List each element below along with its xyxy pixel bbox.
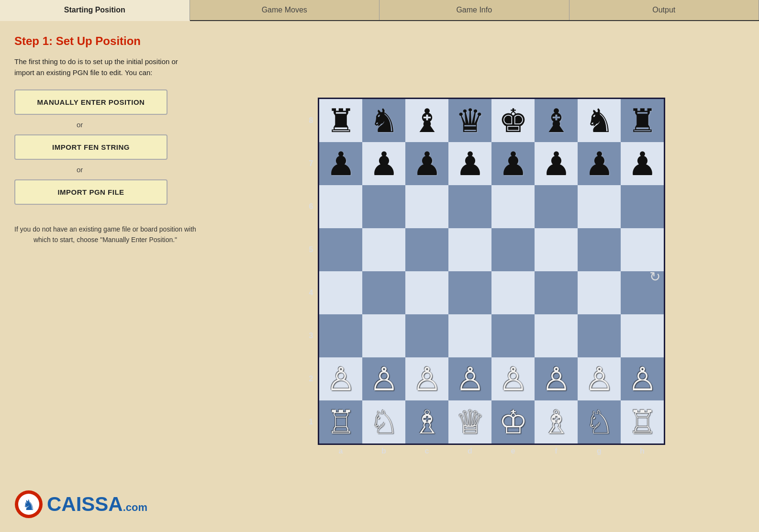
file-label-c: c bbox=[405, 447, 448, 455]
rank-label-3: 3 bbox=[304, 314, 318, 357]
tab-game-moves[interactable]: Game Moves bbox=[190, 0, 380, 20]
cell-a1[interactable]: ♖ bbox=[319, 400, 362, 443]
tab-output[interactable]: Output bbox=[569, 0, 759, 20]
cell-h6[interactable] bbox=[621, 185, 664, 228]
cell-f8[interactable]: ♝ bbox=[535, 99, 578, 142]
cell-f5[interactable] bbox=[535, 228, 578, 271]
cell-g1[interactable]: ♘ bbox=[578, 400, 621, 443]
cell-d8[interactable]: ♛ bbox=[448, 99, 491, 142]
logo-caissa: CAISSA bbox=[47, 493, 123, 515]
board-main-row: 87654321 ♜♞♝♛♚♝♞♜♟♟♟♟♟♟♟♟♙♙♙♙♙♙♙♙♖♘♗♕♔♗♘… bbox=[304, 98, 665, 445]
cell-c4[interactable] bbox=[405, 271, 448, 314]
tab-bar: Starting Position Game Moves Game Info O… bbox=[0, 0, 759, 21]
cell-b4[interactable] bbox=[362, 271, 405, 314]
cell-c3[interactable] bbox=[405, 314, 448, 357]
cell-b1[interactable]: ♘ bbox=[362, 400, 405, 443]
cell-b6[interactable] bbox=[362, 185, 405, 228]
cell-d2[interactable]: ♙ bbox=[448, 357, 491, 400]
cell-e1[interactable]: ♔ bbox=[491, 400, 535, 443]
rank-label-8: 8 bbox=[304, 99, 318, 142]
cell-a2[interactable]: ♙ bbox=[319, 357, 362, 400]
file-label-a: a bbox=[319, 447, 362, 455]
cell-h7[interactable]: ♟ bbox=[621, 142, 664, 185]
rank-label-1: 1 bbox=[304, 400, 318, 443]
cell-a3[interactable] bbox=[319, 314, 362, 357]
cell-g5[interactable] bbox=[578, 228, 621, 271]
tab-game-info[interactable]: Game Info bbox=[380, 0, 569, 20]
cell-d3[interactable] bbox=[448, 314, 491, 357]
cell-e7[interactable]: ♟ bbox=[491, 142, 535, 185]
file-label-d: d bbox=[448, 447, 491, 455]
main-content: Step 1: Set Up Position The first thing … bbox=[0, 21, 759, 532]
caissa-logo-text: CAISSA.com bbox=[47, 493, 147, 516]
cell-c1[interactable]: ♗ bbox=[405, 400, 448, 443]
cell-a5[interactable] bbox=[319, 228, 362, 271]
cell-d4[interactable] bbox=[448, 271, 491, 314]
cell-g7[interactable]: ♟ bbox=[578, 142, 621, 185]
logo-area: ♞ CAISSA.com bbox=[14, 480, 196, 519]
cell-e4[interactable] bbox=[491, 271, 535, 314]
cell-d1[interactable]: ♕ bbox=[448, 400, 491, 443]
left-panel: Step 1: Set Up Position The first thing … bbox=[0, 21, 211, 532]
cell-a7[interactable]: ♟ bbox=[319, 142, 362, 185]
cell-h1[interactable]: ♖ bbox=[621, 400, 664, 443]
cell-d7[interactable]: ♟ bbox=[448, 142, 491, 185]
cell-c8[interactable]: ♝ bbox=[405, 99, 448, 142]
cell-f7[interactable]: ♟ bbox=[535, 142, 578, 185]
cell-e2[interactable]: ♙ bbox=[491, 357, 535, 400]
cell-b8[interactable]: ♞ bbox=[362, 99, 405, 142]
cell-c5[interactable] bbox=[405, 228, 448, 271]
rotate-board-button[interactable]: ↻ bbox=[649, 269, 660, 285]
cell-g4[interactable] bbox=[578, 271, 621, 314]
rank-label-6: 6 bbox=[304, 185, 318, 228]
cell-d5[interactable] bbox=[448, 228, 491, 271]
cell-g8[interactable]: ♞ bbox=[578, 99, 621, 142]
file-labels: abcdefgh bbox=[319, 447, 664, 455]
caissa-logo-icon: ♞ bbox=[14, 490, 43, 519]
rank-label-5: 5 bbox=[304, 228, 318, 271]
cell-g2[interactable]: ♙ bbox=[578, 357, 621, 400]
cell-c2[interactable]: ♙ bbox=[405, 357, 448, 400]
cell-d6[interactable] bbox=[448, 185, 491, 228]
file-label-e: e bbox=[491, 447, 535, 455]
cell-g3[interactable] bbox=[578, 314, 621, 357]
import-fen-button[interactable]: IMPORT FEN STRING bbox=[14, 134, 167, 160]
cell-h5[interactable] bbox=[621, 228, 664, 271]
cell-b3[interactable] bbox=[362, 314, 405, 357]
cell-f6[interactable] bbox=[535, 185, 578, 228]
file-label-g: g bbox=[578, 447, 621, 455]
rank-label-4: 4 bbox=[304, 271, 318, 314]
cell-a4[interactable] bbox=[319, 271, 362, 314]
cell-a6[interactable] bbox=[319, 185, 362, 228]
svg-text:♞: ♞ bbox=[22, 497, 35, 513]
cell-f1[interactable]: ♗ bbox=[535, 400, 578, 443]
file-label-h: h bbox=[621, 447, 664, 455]
manually-enter-position-button[interactable]: MANUALLY ENTER POSITION bbox=[14, 89, 167, 115]
cell-f4[interactable] bbox=[535, 271, 578, 314]
cell-f2[interactable]: ♙ bbox=[535, 357, 578, 400]
tab-starting-position[interactable]: Starting Position bbox=[0, 0, 190, 21]
cell-h8[interactable]: ♜ bbox=[621, 99, 664, 142]
or-label-1: or bbox=[14, 121, 196, 129]
cell-b2[interactable]: ♙ bbox=[362, 357, 405, 400]
bottom-note: If you do not have an existing game file… bbox=[14, 224, 196, 245]
import-pgn-button[interactable]: IMPORT PGN FILE bbox=[14, 179, 167, 205]
cell-a8[interactable]: ♜ bbox=[319, 99, 362, 142]
step-description: The first thing to do is to set up the i… bbox=[14, 56, 196, 78]
cell-b7[interactable]: ♟ bbox=[362, 142, 405, 185]
cell-e6[interactable] bbox=[491, 185, 535, 228]
cell-b5[interactable] bbox=[362, 228, 405, 271]
cell-g6[interactable] bbox=[578, 185, 621, 228]
cell-c6[interactable] bbox=[405, 185, 448, 228]
cell-f3[interactable] bbox=[535, 314, 578, 357]
cell-e5[interactable] bbox=[491, 228, 535, 271]
file-label-f: f bbox=[535, 447, 578, 455]
cell-h2[interactable]: ♙ bbox=[621, 357, 664, 400]
cell-e3[interactable] bbox=[491, 314, 535, 357]
cell-h3[interactable] bbox=[621, 314, 664, 357]
rank-labels: 87654321 bbox=[304, 99, 318, 443]
logo-com: .com bbox=[123, 501, 147, 513]
cell-c7[interactable]: ♟ bbox=[405, 142, 448, 185]
cell-e8[interactable]: ♚ bbox=[491, 99, 535, 142]
file-label-b: b bbox=[362, 447, 405, 455]
